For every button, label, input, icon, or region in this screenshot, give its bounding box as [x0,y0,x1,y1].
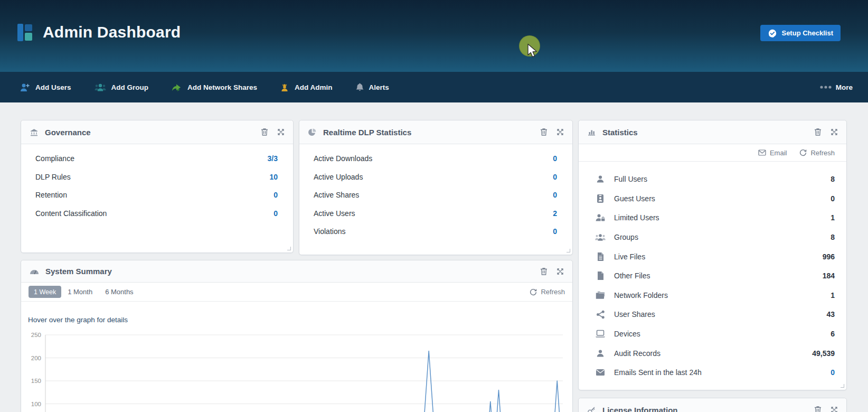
app-logo [17,24,32,41]
nav-alerts[interactable]: Alerts [355,82,389,92]
governance-value-link[interactable]: 0 [273,191,278,199]
expand-widget-icon[interactable] [556,128,564,136]
delete-widget-icon[interactable] [261,128,268,136]
pie-chart-icon [308,128,317,137]
users-icon [595,233,606,242]
dlp-row: Active Downloads0 [299,149,572,168]
tab-6-months[interactable]: 6 Months [99,288,139,296]
page-title: Admin Dashboard [43,23,181,41]
expand-widget-icon[interactable] [831,128,838,136]
governance-row: DLP Rules10 [21,168,293,186]
panel-title: Governance [45,128,91,137]
dlp-value-link[interactable]: 2 [553,209,557,218]
stat-row: Other Files 184 [579,266,846,286]
dlp-value-link[interactable]: 0 [553,154,557,163]
resize-grip[interactable] [287,247,291,250]
expand-widget-icon[interactable] [556,268,564,275]
panel-title: Statistics [602,128,638,137]
resize-grip[interactable] [567,249,570,252]
stat-row: Audit Records 49,539 [579,343,846,363]
dlp-row: Violations0 [299,222,572,241]
laptop-icon [595,330,606,338]
stat-row: Limited Users 1 [579,208,846,228]
system-summary-panel: System Summary 1 Week 1 Month 6 Months R… [21,260,573,412]
share-arrow-icon [171,82,183,92]
app-header: Admin Dashboard Setup Checklist [0,0,868,72]
panel-title: License Information [602,406,678,412]
svg-text:150: 150 [31,378,41,384]
user-icon [595,174,606,184]
panel-title: System Summary [45,267,112,276]
action-navbar: Add Users Add Group Add Network Shares A… [0,72,868,102]
expand-widget-icon[interactable] [831,406,838,412]
delete-widget-icon[interactable] [814,406,822,412]
svg-text:200: 200 [31,355,41,361]
tab-1-month[interactable]: 1 Month [61,288,99,296]
bank-icon [30,128,39,137]
key-icon [587,406,596,412]
refresh-icon [530,288,537,296]
expand-widget-icon[interactable] [277,128,285,136]
dlp-value-link[interactable]: 0 [553,191,557,199]
realtime-dlp-panel: Realtime DLP Statistics Active Downloads… [299,120,573,255]
refresh-chart-button[interactable]: Refresh [530,288,565,296]
delete-widget-icon[interactable] [540,267,548,276]
svg-text:100: 100 [31,401,41,407]
dlp-value-link[interactable]: 0 [553,227,557,236]
governance-row: Compliance3/3 [21,149,293,168]
stat-row: Live Files 996 [579,247,846,266]
stat-row: Full Users 8 [579,170,846,189]
bar-chart-icon [587,128,596,136]
chart-hint-text: Hover over the graph for details [28,316,128,324]
governance-value-link[interactable]: 0 [273,209,278,218]
stat-row: Groups 8 [579,228,846,247]
nav-add-group[interactable]: Add Group [94,82,149,92]
delete-widget-icon[interactable] [540,128,548,136]
setup-checklist-button[interactable]: Setup Checklist [760,25,841,41]
stat-row: Network Folders 1 [579,286,846,305]
dlp-row: Active Shares0 [299,186,572,204]
nav-add-network-shares[interactable]: Add Network Shares [171,82,257,92]
user-group-icon [94,82,107,92]
governance-value-link[interactable]: 3/3 [268,154,278,163]
nav-add-users[interactable]: Add Users [20,82,71,92]
user-plus-icon [20,82,31,92]
governance-row: Retention0 [21,186,293,204]
dlp-value-link[interactable]: 0 [553,173,557,181]
panel-title: Realtime DLP Statistics [323,128,411,137]
file-icon [595,271,606,280]
gauge-icon [30,268,39,275]
bell-icon [355,82,364,92]
dlp-row: Active Users2 [299,204,572,223]
delete-widget-icon[interactable] [814,128,822,136]
check-badge-icon [768,29,777,38]
refresh-icon [799,149,807,156]
envelope-icon [595,369,606,376]
stat-row: User Shares 43 [579,305,846,324]
nav-add-admin[interactable]: Add Admin [280,82,333,92]
admin-crown-user-icon [280,82,290,92]
dlp-row: Active Uploads0 [299,168,572,186]
id-badge-icon [595,194,606,203]
refresh-stats-button[interactable]: Refresh [799,149,835,157]
resize-grip[interactable] [841,384,844,388]
svg-text:250: 250 [31,332,41,338]
envelope-icon [758,149,766,156]
system-summary-chart[interactable]: 250200150100 [21,328,573,412]
nav-more[interactable]: More [820,72,853,102]
stat-row: Devices 6 [579,324,846,344]
statistics-panel: Statistics Email Refresh Full Users [578,120,847,390]
governance-row: Content Classification0 [21,204,293,223]
governance-value-link[interactable]: 10 [269,173,278,181]
stat-row: Emails Sent in the last 24h 0 [579,363,846,382]
stat-row: Guest Users 0 [579,189,846,209]
license-information-panel: License Information [578,398,847,412]
user-lock-icon [595,213,606,222]
governance-panel: Governance Compliance3/3 DLP Rules10 Ret… [21,120,294,253]
folders-icon [595,291,606,299]
file-lines-icon [595,252,606,261]
email-stats-button[interactable]: Email [758,149,787,157]
tab-1-week[interactable]: 1 Week [29,286,61,298]
share-nodes-icon [595,310,606,319]
user-icon [595,349,606,358]
